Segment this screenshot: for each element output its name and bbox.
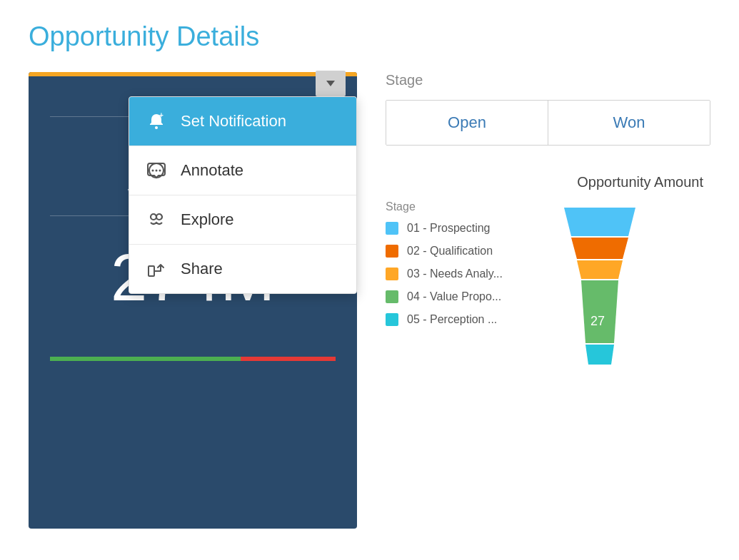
svg-marker-11 xyxy=(577,260,623,279)
svg-point-7 xyxy=(156,214,162,220)
svg-rect-8 xyxy=(149,266,154,276)
legend-item-3: 03 - Needs Analy... xyxy=(386,268,543,280)
page-title: Opportunity Details xyxy=(29,21,710,52)
legend-item-1: 01 - Prospecting xyxy=(386,222,543,235)
legend-label-2: 02 - Qualification xyxy=(407,245,493,258)
dropdown-item-annotate[interactable]: Annotate xyxy=(129,146,356,195)
svg-point-6 xyxy=(151,214,156,220)
tab-open[interactable]: Open xyxy=(386,101,548,145)
legend-label-1: 01 - Prospecting xyxy=(407,222,491,235)
dropdown-item-share[interactable]: Share xyxy=(129,245,356,293)
dropdown-item-set-notification[interactable]: + Set Notification xyxy=(129,97,356,146)
legend-label-4: 04 - Value Propo... xyxy=(407,290,501,303)
svg-point-5 xyxy=(159,170,161,172)
explore-label: Explore xyxy=(181,210,234,229)
legend-item-4: 04 - Value Propo... xyxy=(386,290,543,303)
notification-plus-icon: + xyxy=(145,110,168,133)
chart-section: Opportunity Amount Stage 01 - Prospectin… xyxy=(386,174,710,403)
share-label: Share xyxy=(181,260,223,278)
set-notification-label: Set Notification xyxy=(181,112,286,131)
legend-color-1 xyxy=(386,222,398,235)
funnel-chart: 27 xyxy=(557,200,643,403)
dropdown-item-explore[interactable]: Explore xyxy=(129,195,356,245)
legend-color-2 xyxy=(386,245,398,258)
annotate-icon xyxy=(145,159,168,182)
stage-label: Stage xyxy=(386,72,710,88)
svg-point-0 xyxy=(155,126,158,129)
chevron-down-icon xyxy=(326,81,335,86)
svg-marker-12 xyxy=(581,280,618,343)
page-container: Opportunity Details + xyxy=(0,0,739,560)
svg-marker-10 xyxy=(571,238,628,259)
legend-stage-label-wrapper: Stage 01 - Prospecting 02 - Qualificatio… xyxy=(386,200,543,326)
tab-won[interactable]: Won xyxy=(548,101,710,145)
legend-item-2: 02 - Qualification xyxy=(386,245,543,258)
legend-item-5: 05 - Perception ... xyxy=(386,313,543,326)
explore-icon xyxy=(145,208,168,231)
card-dropdown-button[interactable] xyxy=(316,71,346,96)
bar-green xyxy=(50,357,241,361)
left-card: + Set Notification xyxy=(29,72,357,529)
chart-legend-label: Stage xyxy=(386,200,543,213)
svg-marker-9 xyxy=(564,208,635,236)
stage-tabs: Open Won xyxy=(386,100,710,146)
dropdown-menu: + Set Notification xyxy=(129,96,357,294)
chart-area: Stage 01 - Prospecting 02 - Qualificatio… xyxy=(386,200,710,403)
legend-label-5: 05 - Perception ... xyxy=(407,313,497,326)
chart-title: Opportunity Amount xyxy=(386,174,710,190)
bar-red xyxy=(241,357,336,361)
right-side: Stage Open Won Opportunity Amount Stage … xyxy=(386,72,710,403)
legend-color-5 xyxy=(386,313,398,326)
funnel-svg: 27 xyxy=(557,200,643,400)
card-bottom-bars xyxy=(50,357,336,361)
legend-color-3 xyxy=(386,268,398,280)
svg-text:+: + xyxy=(159,111,164,119)
share-icon xyxy=(145,258,168,280)
legend-label-3: 03 - Needs Analy... xyxy=(407,268,503,280)
svg-point-4 xyxy=(156,170,158,172)
svg-point-3 xyxy=(152,170,154,172)
svg-text:27: 27 xyxy=(590,314,605,328)
legend-color-4 xyxy=(386,290,398,303)
annotate-label: Annotate xyxy=(181,161,243,180)
main-content: + Set Notification xyxy=(29,72,710,529)
chart-legend: 01 - Prospecting 02 - Qualification 03 -… xyxy=(386,222,543,326)
svg-marker-13 xyxy=(585,345,614,365)
